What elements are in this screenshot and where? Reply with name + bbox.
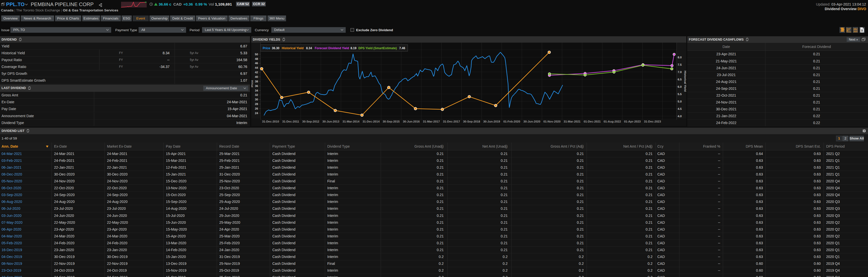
svg-text:31-Mar-2017: 31-Mar-2017 [423,120,440,123]
svg-text:30-Jun-2013: 30-Jun-2013 [322,120,339,123]
svg-text:01-Feb-2020: 01-Feb-2020 [503,120,520,123]
svg-text:24: 24 [255,112,258,115]
svg-text:Historical Yield: Historical Yield [684,71,686,92]
svg-text:30-Jun-2019: 30-Jun-2019 [483,120,500,123]
svg-text:8.34: 8.34 [306,46,312,50]
svg-text:30-Sep-2018: 30-Sep-2018 [463,120,480,123]
svg-text:Price: Price [263,46,270,50]
svg-text:31-Mar-2021: 31-Mar-2021 [564,120,581,123]
svg-text:30: 30 [255,98,258,101]
svg-text:30-Jun-2020: 30-Jun-2020 [523,120,540,123]
svg-text:6.0: 6.0 [678,85,682,88]
svg-text:30-Sep-2015: 30-Sep-2015 [383,120,400,123]
svg-text:4.5: 4.5 [678,107,682,110]
svg-text:Forecast Dividend Yield: Forecast Dividend Yield [315,46,349,50]
svg-text:31-Dec-2014: 31-Dec-2014 [363,120,380,123]
svg-text:01-Nov-2020: 01-Nov-2020 [544,120,561,123]
svg-text:01-Dec-2021: 01-Dec-2021 [584,120,601,123]
svg-text:30-Sep-2012: 30-Sep-2012 [302,120,319,123]
svg-text:42: 42 [255,71,258,74]
svg-text:4.0: 4.0 [678,115,682,118]
svg-text:31-Dec-2017: 31-Dec-2017 [443,120,460,123]
svg-text:40: 40 [255,75,258,78]
svg-text:Historical Yield: Historical Yield [282,46,304,50]
svg-text:31-Mar-2014: 31-Mar-2014 [343,120,360,123]
svg-text:6.5: 6.5 [678,78,682,81]
svg-text:34: 34 [255,89,258,92]
svg-text:50: 50 [255,53,258,56]
svg-text:5.5: 5.5 [678,93,682,96]
svg-text:36.30: 36.30 [272,46,279,50]
svg-text:44: 44 [255,66,258,69]
svg-text:31-Dec-2010: 31-Dec-2010 [262,120,279,123]
svg-text:8.19: 8.19 [350,46,356,50]
svg-text:38: 38 [255,80,258,83]
svg-text:7.46: 7.46 [399,46,405,50]
svg-text:31-Dec-2023: 31-Dec-2023 [644,120,661,123]
svg-text:28: 28 [255,102,258,106]
svg-text:26: 26 [255,107,258,110]
svg-text:5.0: 5.0 [678,100,682,103]
svg-text:36: 36 [255,84,258,88]
svg-text:46: 46 [255,62,258,65]
svg-text:DPS Yield (SmartEstimate): DPS Yield (SmartEstimate) [359,46,397,50]
svg-text:Price: Price [251,80,253,87]
svg-text:7.5: 7.5 [678,63,682,66]
svg-text:32: 32 [255,93,258,96]
svg-text:30-Jun-2016: 30-Jun-2016 [403,120,420,123]
svg-text:X: X [861,29,863,32]
svg-text:48: 48 [255,57,258,60]
svg-text:01-Aug-2022: 01-Aug-2022 [603,120,621,123]
svg-text:7.0: 7.0 [678,71,682,74]
svg-text:8.0: 8.0 [678,56,682,59]
svg-text:31-Dec-2011: 31-Dec-2011 [282,120,299,123]
svg-text:01-Apr-2023: 01-Apr-2023 [624,120,641,123]
